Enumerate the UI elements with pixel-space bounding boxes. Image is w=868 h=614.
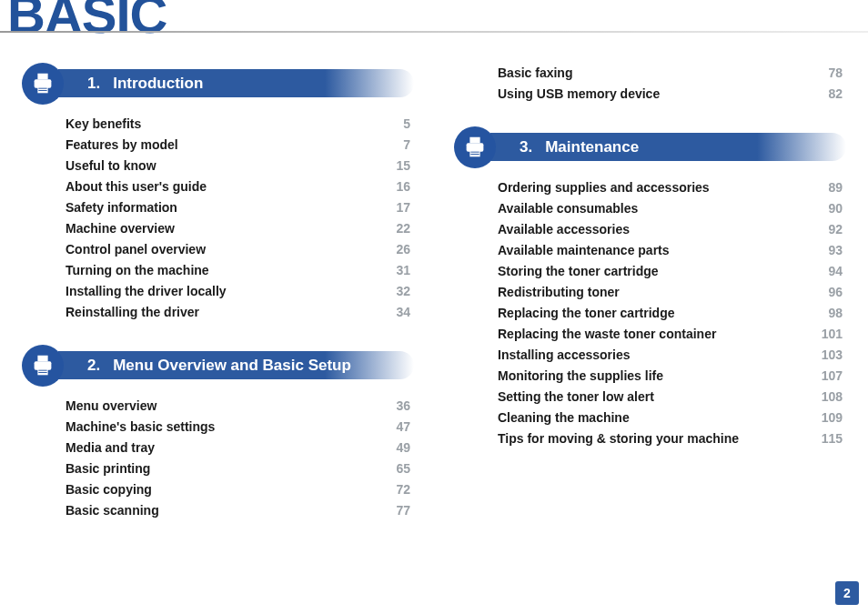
- list-item[interactable]: Redistributing toner96: [498, 285, 843, 299]
- chapter-3-toc: Ordering supplies and accessories89 Avai…: [454, 180, 846, 468]
- list-item[interactable]: Useful to know15: [66, 158, 410, 173]
- printer-icon: [22, 63, 64, 105]
- chapter-title: Menu Overview and Basic Setup: [113, 357, 351, 375]
- list-item[interactable]: Replacing the waste toner container101: [498, 327, 843, 341]
- list-item[interactable]: Features by model7: [66, 137, 410, 152]
- chapter-2-toc: Menu overview36 Machine's basic settings…: [22, 398, 414, 540]
- list-item[interactable]: Menu overview36: [66, 398, 410, 413]
- svg-rect-4: [38, 90, 46, 91]
- chapter-2-header[interactable]: 2. Menu Overview and Basic Setup: [22, 347, 414, 389]
- svg-rect-5: [37, 356, 47, 362]
- svg-rect-7: [37, 368, 47, 376]
- list-item[interactable]: Storing the toner cartridge94: [498, 264, 843, 278]
- list-item[interactable]: About this user's guide16: [66, 179, 410, 194]
- list-item[interactable]: Setting the toner low alert108: [498, 389, 843, 404]
- chapter-num: 1.: [87, 75, 100, 93]
- list-item[interactable]: Available accessories92: [498, 222, 843, 237]
- svg-rect-3: [38, 88, 46, 89]
- list-item[interactable]: Media and tray49: [66, 440, 410, 455]
- chapter-num: 3.: [520, 138, 532, 156]
- chapter-3-header[interactable]: 3. Maintenance: [454, 129, 846, 171]
- list-item[interactable]: Ordering supplies and accessories89: [498, 180, 843, 195]
- page-number-badge: 2: [835, 581, 859, 605]
- list-item[interactable]: Installing the driver locally32: [66, 284, 410, 298]
- svg-rect-9: [38, 372, 46, 373]
- list-item[interactable]: Reinstalling the driver34: [66, 305, 410, 319]
- list-item[interactable]: Basic scanning77: [66, 503, 410, 518]
- page-header: BASIC: [0, 0, 868, 47]
- right-column: Basic faxing78 Using USB memory device82…: [454, 60, 846, 540]
- svg-rect-2: [37, 86, 47, 94]
- list-item[interactable]: Monitoring the supplies life107: [498, 368, 843, 383]
- svg-rect-0: [37, 74, 47, 80]
- svg-rect-13: [470, 152, 479, 153]
- list-item[interactable]: Cleaning the machine109: [498, 410, 843, 425]
- list-item[interactable]: Machine overview22: [66, 221, 410, 236]
- list-item[interactable]: Available consumables90: [498, 201, 843, 216]
- chapter-1-toc: Key benefits5 Features by model7 Useful …: [22, 116, 414, 342]
- left-column: 1. Introduction Key benefits5 Features b…: [22, 60, 414, 540]
- list-item[interactable]: Using USB memory device82: [498, 86, 843, 101]
- list-item[interactable]: Tips for moving & storing your machine11…: [498, 431, 843, 446]
- chapter-2-toc-cont: Basic faxing78 Using USB memory device82: [454, 60, 846, 124]
- chapter-title: Maintenance: [545, 138, 639, 156]
- chapter-title: Introduction: [113, 75, 203, 93]
- list-item[interactable]: Basic faxing78: [498, 65, 843, 80]
- chapter-1-header[interactable]: 1. Introduction: [22, 65, 414, 107]
- list-item[interactable]: Basic copying72: [66, 482, 410, 497]
- page-title: BASIC: [7, 0, 167, 45]
- list-item[interactable]: Turning on the machine31: [66, 263, 410, 277]
- list-item[interactable]: Key benefits5: [66, 116, 410, 131]
- list-item[interactable]: Basic printing65: [66, 461, 410, 476]
- chapter-num: 2.: [87, 357, 100, 375]
- svg-rect-10: [469, 137, 479, 144]
- list-item[interactable]: Machine's basic settings47: [66, 419, 410, 434]
- list-item[interactable]: Available maintenance parts93: [498, 243, 843, 257]
- list-item[interactable]: Installing accessories103: [498, 347, 843, 362]
- list-item[interactable]: Control panel overview26: [66, 242, 410, 257]
- svg-rect-8: [38, 370, 46, 371]
- printer-icon: [454, 126, 496, 168]
- list-item[interactable]: Replacing the toner cartridge98: [498, 306, 843, 320]
- svg-rect-14: [470, 154, 479, 155]
- printer-icon: [22, 345, 64, 387]
- svg-rect-12: [469, 150, 479, 157]
- header-rule: [0, 31, 868, 33]
- list-item[interactable]: Safety information17: [66, 200, 410, 215]
